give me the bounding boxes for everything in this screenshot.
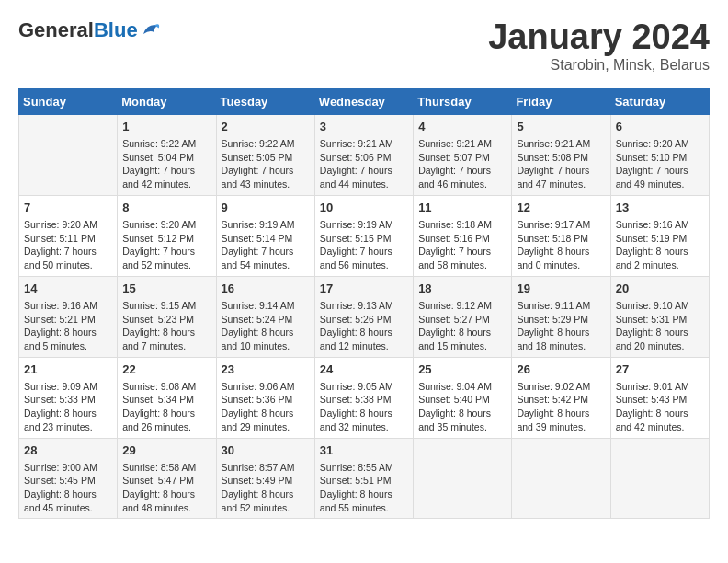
calendar-cell: 29Sunrise: 8:58 AM Sunset: 5:47 PM Dayli… (118, 438, 216, 519)
day-info: Sunrise: 9:22 AM Sunset: 5:05 PM Dayligh… (222, 137, 310, 191)
calendar-cell: 1Sunrise: 9:22 AM Sunset: 5:04 PM Daylig… (118, 114, 216, 195)
calendar-cell: 27Sunrise: 9:01 AM Sunset: 5:43 PM Dayli… (610, 357, 709, 438)
day-number: 14 (24, 281, 112, 297)
page-header: GeneralBlue January 2024 Starobin, Minsk… (18, 18, 710, 74)
day-info: Sunrise: 9:20 AM Sunset: 5:12 PM Dayligh… (122, 218, 210, 272)
day-info: Sunrise: 9:01 AM Sunset: 5:43 PM Dayligh… (616, 380, 704, 434)
day-number: 15 (122, 281, 210, 297)
logo-blue: Blue (94, 18, 138, 41)
calendar-cell: 11Sunrise: 9:18 AM Sunset: 5:16 PM Dayli… (414, 195, 512, 276)
weekday-header-saturday: Saturday (610, 88, 709, 114)
calendar-cell: 31Sunrise: 8:55 AM Sunset: 5:51 PM Dayli… (314, 438, 413, 519)
day-number: 7 (24, 200, 112, 216)
day-number: 4 (418, 119, 506, 135)
month-title: January 2024 (488, 18, 710, 57)
day-number: 10 (320, 200, 408, 216)
calendar-cell: 17Sunrise: 9:13 AM Sunset: 5:26 PM Dayli… (314, 276, 413, 357)
weekday-header-wednesday: Wednesday (314, 88, 413, 114)
calendar-cell: 12Sunrise: 9:17 AM Sunset: 5:18 PM Dayli… (512, 195, 610, 276)
calendar-cell: 10Sunrise: 9:19 AM Sunset: 5:15 PM Dayli… (314, 195, 413, 276)
calendar-cell: 16Sunrise: 9:14 AM Sunset: 5:24 PM Dayli… (216, 276, 314, 357)
day-info: Sunrise: 9:09 AM Sunset: 5:33 PM Dayligh… (24, 380, 112, 434)
day-number: 28 (24, 442, 112, 459)
day-info: Sunrise: 8:58 AM Sunset: 5:47 PM Dayligh… (122, 461, 210, 515)
day-number: 25 (418, 362, 506, 378)
weekday-header-sunday: Sunday (19, 88, 118, 114)
calendar-cell: 25Sunrise: 9:04 AM Sunset: 5:40 PM Dayli… (414, 357, 512, 438)
day-info: Sunrise: 9:21 AM Sunset: 5:07 PM Dayligh… (418, 137, 506, 191)
day-info: Sunrise: 9:19 AM Sunset: 5:14 PM Dayligh… (222, 218, 310, 272)
location-title: Starobin, Minsk, Belarus (488, 57, 710, 74)
day-number: 5 (517, 119, 605, 135)
calendar-cell (414, 438, 512, 519)
calendar-cell: 21Sunrise: 9:09 AM Sunset: 5:33 PM Dayli… (19, 357, 118, 438)
calendar-cell: 23Sunrise: 9:06 AM Sunset: 5:36 PM Dayli… (216, 357, 314, 438)
day-number: 27 (616, 362, 704, 378)
day-number: 23 (222, 362, 310, 378)
calendar-cell: 8Sunrise: 9:20 AM Sunset: 5:12 PM Daylig… (118, 195, 216, 276)
day-info: Sunrise: 9:20 AM Sunset: 5:10 PM Dayligh… (616, 137, 704, 191)
day-info: Sunrise: 9:15 AM Sunset: 5:23 PM Dayligh… (122, 299, 210, 353)
day-info: Sunrise: 9:16 AM Sunset: 5:19 PM Dayligh… (616, 218, 704, 272)
day-info: Sunrise: 9:14 AM Sunset: 5:24 PM Dayligh… (222, 299, 310, 353)
day-info: Sunrise: 8:55 AM Sunset: 5:51 PM Dayligh… (320, 461, 408, 515)
day-number: 9 (222, 200, 310, 216)
weekday-header-thursday: Thursday (414, 88, 512, 114)
day-number: 20 (616, 281, 704, 297)
calendar-cell (19, 114, 118, 195)
day-info: Sunrise: 9:04 AM Sunset: 5:40 PM Dayligh… (418, 380, 506, 434)
calendar-cell: 19Sunrise: 9:11 AM Sunset: 5:29 PM Dayli… (512, 276, 610, 357)
calendar-week-row: 14Sunrise: 9:16 AM Sunset: 5:21 PM Dayli… (19, 276, 710, 357)
logo-bird-icon (140, 19, 162, 41)
logo-general: General (18, 18, 94, 41)
day-info: Sunrise: 9:08 AM Sunset: 5:34 PM Dayligh… (122, 380, 210, 434)
day-number: 22 (122, 362, 210, 378)
day-number: 1 (122, 119, 210, 135)
calendar-week-row: 1Sunrise: 9:22 AM Sunset: 5:04 PM Daylig… (19, 114, 710, 195)
logo-text: GeneralBlue (18, 18, 138, 42)
day-number: 17 (320, 281, 408, 297)
day-info: Sunrise: 9:12 AM Sunset: 5:27 PM Dayligh… (418, 299, 506, 353)
calendar-cell: 18Sunrise: 9:12 AM Sunset: 5:27 PM Dayli… (414, 276, 512, 357)
day-number: 3 (320, 119, 408, 135)
calendar-cell: 20Sunrise: 9:10 AM Sunset: 5:31 PM Dayli… (610, 276, 709, 357)
day-info: Sunrise: 9:22 AM Sunset: 5:04 PM Dayligh… (122, 137, 210, 191)
calendar-cell: 3Sunrise: 9:21 AM Sunset: 5:06 PM Daylig… (314, 114, 413, 195)
day-number: 12 (517, 200, 605, 216)
day-info: Sunrise: 9:10 AM Sunset: 5:31 PM Dayligh… (616, 299, 704, 353)
calendar-cell: 7Sunrise: 9:20 AM Sunset: 5:11 PM Daylig… (19, 195, 118, 276)
day-number: 31 (320, 442, 408, 459)
day-number: 30 (222, 442, 310, 459)
weekday-row: SundayMondayTuesdayWednesdayThursdayFrid… (19, 88, 710, 114)
day-info: Sunrise: 9:21 AM Sunset: 5:06 PM Dayligh… (320, 137, 408, 191)
title-block: January 2024 Starobin, Minsk, Belarus (488, 18, 710, 74)
day-info: Sunrise: 9:05 AM Sunset: 5:38 PM Dayligh… (320, 380, 408, 434)
calendar-cell: 9Sunrise: 9:19 AM Sunset: 5:14 PM Daylig… (216, 195, 314, 276)
day-info: Sunrise: 9:06 AM Sunset: 5:36 PM Dayligh… (222, 380, 310, 434)
day-info: Sunrise: 9:21 AM Sunset: 5:08 PM Dayligh… (517, 137, 605, 191)
day-info: Sunrise: 9:13 AM Sunset: 5:26 PM Dayligh… (320, 299, 408, 353)
weekday-header-monday: Monday (118, 88, 216, 114)
calendar-cell: 24Sunrise: 9:05 AM Sunset: 5:38 PM Dayli… (314, 357, 413, 438)
calendar-week-row: 28Sunrise: 9:00 AM Sunset: 5:45 PM Dayli… (19, 438, 710, 519)
calendar-cell (512, 438, 610, 519)
day-info: Sunrise: 9:00 AM Sunset: 5:45 PM Dayligh… (24, 461, 112, 515)
calendar-cell: 22Sunrise: 9:08 AM Sunset: 5:34 PM Dayli… (118, 357, 216, 438)
day-number: 26 (517, 362, 605, 378)
day-number: 11 (418, 200, 506, 216)
day-number: 21 (24, 362, 112, 378)
weekday-header-tuesday: Tuesday (216, 88, 314, 114)
calendar-cell: 2Sunrise: 9:22 AM Sunset: 5:05 PM Daylig… (216, 114, 314, 195)
day-number: 24 (320, 362, 408, 378)
calendar-header: SundayMondayTuesdayWednesdayThursdayFrid… (19, 88, 710, 114)
day-number: 8 (122, 200, 210, 216)
day-info: Sunrise: 9:17 AM Sunset: 5:18 PM Dayligh… (517, 218, 605, 272)
day-number: 6 (616, 119, 704, 135)
calendar-cell: 26Sunrise: 9:02 AM Sunset: 5:42 PM Dayli… (512, 357, 610, 438)
calendar-cell (610, 438, 709, 519)
day-number: 19 (517, 281, 605, 297)
calendar-cell: 5Sunrise: 9:21 AM Sunset: 5:08 PM Daylig… (512, 114, 610, 195)
day-number: 29 (122, 442, 210, 459)
calendar-cell: 30Sunrise: 8:57 AM Sunset: 5:49 PM Dayli… (216, 438, 314, 519)
day-number: 13 (616, 200, 704, 216)
